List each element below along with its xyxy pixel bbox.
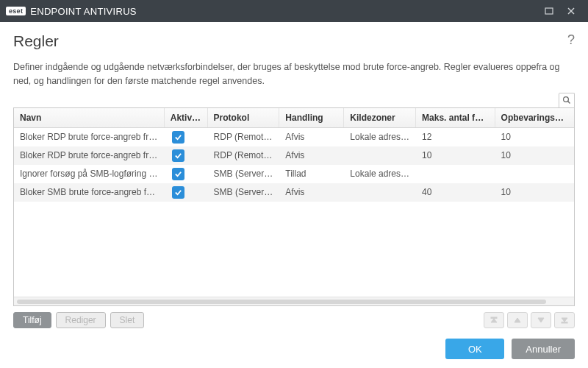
brand: eset ENDPOINT ANTIVIRUS <box>6 6 137 17</box>
chevron-down-icon <box>537 316 545 325</box>
cell-retention <box>495 169 574 178</box>
page-description: Definer indgående og udgående netværksfo… <box>13 60 572 88</box>
checkbox-checked-icon[interactable] <box>172 186 184 199</box>
help-icon[interactable]: ? <box>567 32 575 48</box>
move-down-button[interactable] <box>531 312 551 328</box>
checkbox-checked-icon[interactable] <box>172 131 184 144</box>
svg-line-4 <box>568 102 570 104</box>
col-action[interactable]: Handling <box>279 108 344 127</box>
cell-name: Bloker RDP brute force-angreb fra ... <box>14 128 165 147</box>
move-top-button[interactable] <box>484 312 504 328</box>
table-row[interactable]: Bloker SMB brute force-angreb fra ...SMB… <box>14 183 574 202</box>
search-icon <box>562 96 571 105</box>
cell-protocol: SMB (Server ... <box>208 183 280 202</box>
cell-action: Afvis <box>279 128 344 147</box>
page-title: Regler <box>13 32 59 50</box>
svg-point-3 <box>564 97 569 102</box>
col-max[interactable]: Maks. antal forsøg <box>416 108 495 127</box>
cell-protocol: RDP (Remote... <box>208 128 280 147</box>
cell-max <box>416 169 495 178</box>
scrollbar-thumb[interactable] <box>17 300 546 304</box>
cell-max: 12 <box>416 128 495 147</box>
svg-rect-0 <box>545 8 553 14</box>
titlebar: eset ENDPOINT ANTIVIRUS <box>0 0 588 22</box>
brand-text: ENDPOINT ANTIVIRUS <box>30 6 137 17</box>
move-up-button[interactable] <box>507 312 528 328</box>
cell-action: Afvis <box>279 183 344 202</box>
cell-retention: 10 <box>495 146 574 165</box>
checkbox-checked-icon[interactable] <box>172 149 184 162</box>
table-row[interactable]: Ignorer forsøg på SMB-logføring f...SMB … <box>14 165 574 183</box>
col-protocol[interactable]: Protokol <box>208 108 280 127</box>
cell-source <box>344 151 416 160</box>
table-row[interactable]: Bloker RDP brute force-angreb fra ...RDP… <box>14 146 574 165</box>
svg-rect-10 <box>562 322 567 324</box>
cell-source: Lokale adress... <box>344 164 416 183</box>
cell-enabled[interactable] <box>165 182 208 203</box>
cell-retention: 10 <box>495 128 574 147</box>
cell-action: Tillad <box>279 164 344 183</box>
cell-protocol: SMB (Server ... <box>208 164 280 183</box>
cell-action: Afvis <box>279 146 344 165</box>
col-source[interactable]: Kildezoner <box>344 108 416 127</box>
rules-table: Navn Aktiveret Protokol Handling Kildezo… <box>13 107 575 307</box>
ok-button[interactable]: OK <box>445 339 504 359</box>
add-button[interactable]: Tilføj <box>13 312 51 328</box>
minimize-button[interactable] <box>538 0 560 22</box>
svg-marker-9 <box>562 318 567 322</box>
edit-button[interactable]: Rediger <box>56 312 106 328</box>
cell-retention: 10 <box>495 183 574 202</box>
col-name[interactable]: Navn <box>14 108 165 127</box>
chevron-up-icon <box>513 316 522 325</box>
cell-name: Bloker RDP brute force-angreb fra ... <box>14 146 165 165</box>
cell-source: Lokale adress... <box>344 128 416 147</box>
close-button[interactable] <box>560 0 582 22</box>
cancel-button[interactable]: Annuller <box>512 339 575 359</box>
checkbox-checked-icon[interactable] <box>172 168 184 180</box>
svg-marker-7 <box>514 318 520 322</box>
cell-protocol: RDP (Remote... <box>208 146 280 165</box>
svg-marker-6 <box>491 319 497 322</box>
col-enabled[interactable]: Aktiveret <box>165 108 208 127</box>
brand-badge: eset <box>6 7 26 15</box>
table-body: Bloker RDP brute force-angreb fra ...RDP… <box>14 128 574 297</box>
search-button[interactable] <box>559 93 575 107</box>
table-header: Navn Aktiveret Protokol Handling Kildezo… <box>14 108 574 128</box>
cell-name: Ignorer forsøg på SMB-logføring f... <box>14 164 165 183</box>
move-bottom-button[interactable] <box>554 312 575 328</box>
table-row[interactable]: Bloker RDP brute force-angreb fra ...RDP… <box>14 128 574 146</box>
horizontal-scrollbar[interactable] <box>14 297 574 305</box>
cell-name: Bloker SMB brute force-angreb fra ... <box>14 183 165 202</box>
cell-max: 10 <box>416 146 495 165</box>
cell-source <box>344 188 416 197</box>
svg-marker-8 <box>538 318 544 322</box>
delete-button[interactable]: Slet <box>110 312 145 328</box>
col-retention[interactable]: Opbevaringsperiode <box>495 108 574 127</box>
cell-max: 40 <box>416 183 495 202</box>
chevron-top-icon <box>490 316 498 325</box>
chevron-bottom-icon <box>560 316 569 325</box>
